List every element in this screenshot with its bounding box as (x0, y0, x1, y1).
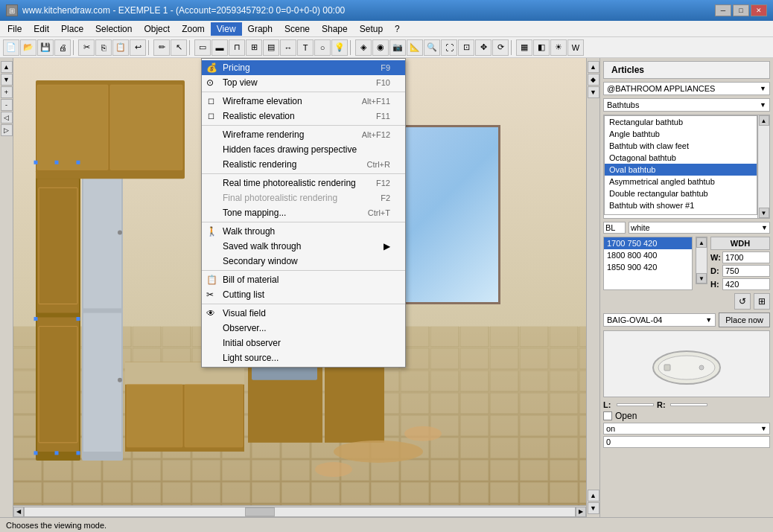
r-field[interactable] (670, 403, 707, 406)
minimize-button[interactable]: ─ (715, 4, 731, 16)
list-item[interactable]: Asymmetrical angled bathtub (605, 176, 757, 188)
scroll-right-arrow[interactable]: ▶ (576, 507, 586, 517)
vp-right-btn5[interactable]: ▼ (588, 502, 599, 514)
open-checkbox[interactable] (603, 411, 612, 420)
menu-zoom[interactable]: Zoom (176, 22, 211, 36)
extra-button[interactable]: W (567, 39, 584, 56)
list-scroll-down[interactable]: ▼ (759, 208, 769, 218)
new-button[interactable]: 📄 (3, 39, 19, 56)
place-now-button[interactable]: Place now (719, 313, 770, 327)
menu-wireframe-elev[interactable]: ☐ Wireframe elevation Alt+F11 (202, 94, 405, 109)
list-item[interactable]: Rectangular bathtub (605, 116, 757, 128)
menu-secondary-win[interactable]: Secondary window (202, 254, 405, 269)
rect-button[interactable]: ▭ (194, 39, 211, 56)
color-select[interactable]: white ▼ (629, 222, 770, 234)
list-item[interactable]: Octagonal bathtub (605, 152, 757, 164)
vp-right-btn3[interactable]: ▼ (588, 86, 599, 98)
menu-top-view[interactable]: ⊙ Top view F10 (202, 75, 405, 90)
menu-setup[interactable]: Setup (354, 22, 389, 36)
pointer-button[interactable]: ↖ (171, 39, 187, 56)
category-dropdown[interactable]: @BATHROOM APPLIANCES ▼ (603, 82, 770, 95)
list-item[interactable]: Bathtub with claw feet (605, 140, 757, 152)
menu-initial-observer[interactable]: Initial observer (202, 336, 405, 350)
view-btn-down[interactable]: ▼ (1, 74, 13, 86)
vp-right-btn4[interactable]: ▲ (588, 490, 599, 501)
export-icon[interactable]: ⊞ (754, 293, 770, 310)
model-select[interactable]: BAIG-OVAL-04 ▼ (603, 313, 716, 327)
menu-light-source[interactable]: Light source... (202, 350, 405, 365)
menu-realistic-render[interactable]: Realistic rendering Ctrl+R (202, 157, 405, 172)
open-button[interactable]: 📂 (20, 39, 36, 56)
menu-edit[interactable]: Edit (28, 22, 55, 36)
view-btn-l[interactable]: ◁ (1, 112, 13, 124)
scroll-h-track[interactable] (24, 507, 576, 517)
menu-bill-material[interactable]: 📋 Bill of material (202, 272, 405, 287)
articles-tab[interactable]: Articles (603, 61, 770, 79)
dim-row-2[interactable]: 1800 800 400 (604, 249, 692, 261)
menu-hidden-faces[interactable]: Hidden faces drawing perspective (202, 142, 405, 157)
dim-button[interactable]: ↔ (280, 39, 296, 56)
list-item[interactable]: Double rectangular bathtub (605, 188, 757, 199)
menu-realistic-elev[interactable]: ☐ Realistic elevation F11 (202, 109, 405, 124)
draw-button[interactable]: ✏ (153, 39, 170, 56)
l-field[interactable] (617, 403, 654, 406)
menu-walk-through[interactable]: 🚶 Walk through (202, 224, 405, 239)
view-btn-out[interactable]: - (1, 99, 13, 111)
menu-scene[interactable]: Scene (279, 22, 316, 36)
menu-realtime-photo[interactable]: Real time photorealistic rendering F12 (202, 176, 405, 190)
list-item[interactable]: Bathtub with shower #2 (605, 211, 757, 215)
vp-right-btn1[interactable]: ▲ (588, 61, 599, 73)
scroll-left-arrow[interactable]: ◀ (13, 507, 24, 517)
copy-button[interactable]: ⎘ (95, 39, 112, 56)
view-btn-up[interactable]: ▲ (1, 61, 13, 73)
undo-button[interactable]: ↩ (130, 39, 146, 56)
menu-observer[interactable]: Observer... (202, 321, 405, 336)
catalog-button[interactable]: ▦ (516, 39, 532, 56)
menu-cutting-list[interactable]: ✂ Cutting list (202, 287, 405, 302)
light-button[interactable]: ☀ (550, 39, 567, 56)
menu-saved-walk[interactable]: Saved walk through ▶ (202, 239, 405, 254)
menu-shape[interactable]: Shape (316, 22, 354, 36)
menu-place[interactable]: Place (55, 22, 89, 36)
zoomfit-button[interactable]: ⛶ (441, 39, 457, 56)
material-button[interactable]: ◧ (533, 39, 550, 56)
render-button[interactable]: ◉ (372, 39, 389, 56)
measure-button[interactable]: 📐 (407, 39, 423, 56)
menu-graph[interactable]: Graph (242, 22, 279, 36)
menu-wireframe-render[interactable]: Wireframe rendering Alt+F12 (202, 127, 405, 142)
on-select-dropdown[interactable]: on ▼ (603, 423, 770, 435)
vp-right-btn2[interactable]: ◆ (588, 74, 599, 86)
bulb-button[interactable]: 💡 (331, 39, 348, 56)
view-btn-r[interactable]: ▷ (1, 124, 13, 136)
subcategory-dropdown[interactable]: Bathtubs ▼ (603, 98, 770, 112)
wdh-h-value[interactable]: 420 (722, 278, 770, 290)
close-button[interactable]: ✕ (751, 4, 767, 16)
window-button[interactable]: ⊞ (246, 39, 262, 56)
view-btn-in[interactable]: + (1, 86, 13, 98)
menu-tone-mapping[interactable]: Tone mapping... Ctrl+T (202, 205, 405, 220)
menu-view[interactable]: View (211, 22, 242, 36)
circle-button[interactable]: ○ (314, 39, 331, 56)
view3d-button[interactable]: ◈ (355, 39, 372, 56)
list-scroll-up[interactable]: ▲ (759, 115, 769, 126)
list-item[interactable]: Angle bathtub (605, 128, 757, 140)
dim-row-3[interactable]: 1850 900 420 (604, 261, 692, 273)
menu-visual-field[interactable]: 👁 Visual field (202, 306, 405, 321)
menu-selection[interactable]: Selection (89, 22, 138, 36)
zoomselect-button[interactable]: ⊡ (458, 39, 474, 56)
list-item[interactable]: Bathtub with shower #1 (605, 199, 757, 211)
cut-button[interactable]: ✂ (78, 39, 95, 56)
text-button[interactable]: T (297, 39, 314, 56)
paste-button[interactable]: 📋 (112, 39, 129, 56)
scroll-h-thumb[interactable] (245, 507, 275, 516)
rotate-button[interactable]: ⟳ (492, 39, 509, 56)
maximize-button[interactable]: □ (733, 4, 749, 16)
zoom-button[interactable]: 🔍 (424, 39, 440, 56)
dim-scroll-down[interactable]: ▼ (696, 273, 707, 283)
photo-button[interactable]: 📷 (389, 39, 406, 56)
wdh-w-value[interactable]: 1700 (722, 251, 770, 263)
wall-button[interactable]: ▬ (211, 39, 228, 56)
stair-button[interactable]: ▤ (263, 39, 279, 56)
menu-file[interactable]: File (1, 22, 28, 36)
zero-field[interactable]: 0 (603, 436, 770, 448)
